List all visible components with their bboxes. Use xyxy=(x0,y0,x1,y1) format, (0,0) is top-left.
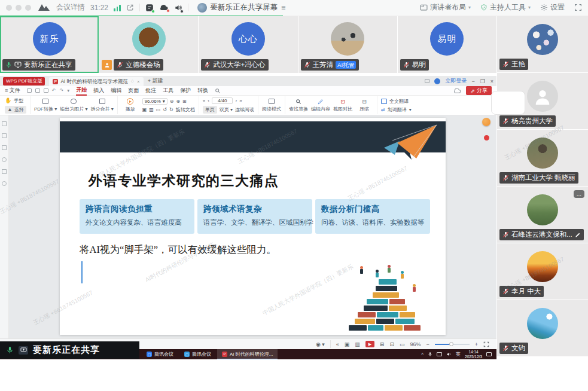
meeting-details-button[interactable]: 会议详情 xyxy=(56,2,85,13)
grid-view-icon[interactable]: ⊞ xyxy=(380,341,385,347)
taskbar-app-meeting[interactable]: ▢腾讯会议 xyxy=(142,349,178,359)
fit-window-icon[interactable]: « xyxy=(336,341,339,347)
full-width-icon[interactable]: ▭ xyxy=(156,107,161,112)
participant-tile[interactable]: 文钧 xyxy=(497,300,588,356)
wps-assistant-ball[interactable] xyxy=(482,118,490,126)
bookmark-icon[interactable] xyxy=(2,121,7,126)
view-eye-icon[interactable]: ◉ ▾ xyxy=(316,341,325,347)
signature-icon[interactable] xyxy=(2,169,7,174)
capture-compare-button[interactable]: ⊡截图对比 xyxy=(333,98,352,112)
menu-annotate[interactable]: 批注 xyxy=(145,87,156,94)
participant-tile[interactable]: 李月 中大 xyxy=(497,243,588,300)
audio-lock-icon[interactable] xyxy=(174,4,182,12)
split-merge-button[interactable]: 拆分合并 ▾ xyxy=(90,98,113,112)
participant-tile[interactable]: 立德楼会场 xyxy=(99,16,198,73)
rotate-doc-button[interactable]: 旋转文档 xyxy=(176,106,195,113)
open-icon[interactable] xyxy=(27,88,32,93)
tray-clock[interactable]: 14:142025/12/3 xyxy=(465,350,482,359)
tray-mic-icon[interactable] xyxy=(428,352,432,357)
hand-tool-button[interactable]: ✋手型 xyxy=(5,97,26,104)
share-document-button[interactable]: ⇗ 分享 xyxy=(466,86,492,95)
print-icon[interactable] xyxy=(44,88,48,93)
document-tab[interactable]: P AI 时代的科研伦理与学术规范 ♢ × xyxy=(49,77,143,86)
thumbnail-icon[interactable] xyxy=(2,133,7,138)
restore-button[interactable]: ❐ xyxy=(480,78,485,84)
participant-tile[interactable]: 王芳清 AI托管 xyxy=(298,16,397,73)
pdf-convert-button[interactable]: PDF转换 ▾ xyxy=(34,98,57,112)
quick-access-icons[interactable]: ↶↷▾ xyxy=(27,88,69,93)
cloud-record-icon[interactable] xyxy=(159,4,169,11)
find-replace-button[interactable]: 查找替换 xyxy=(289,99,308,112)
participant-tile[interactable]: ... 石峰连云港文保和... xyxy=(497,187,588,243)
account-avatar[interactable] xyxy=(434,78,440,84)
zoom-out-icon[interactable]: ⊖ xyxy=(170,99,174,104)
pop-out-icon[interactable] xyxy=(126,4,134,11)
single-view-icon[interactable]: ▣ xyxy=(345,341,350,347)
single-page-button[interactable]: 单页 xyxy=(203,106,217,114)
panel-settings-icon[interactable] xyxy=(2,181,7,186)
first-page-icon[interactable]: « xyxy=(203,98,205,103)
tray-speaker-icon[interactable] xyxy=(446,352,452,357)
chevron-down-icon[interactable]: ▾ xyxy=(67,88,69,93)
settings-button[interactable]: 设置 xyxy=(540,2,565,13)
layout-button[interactable]: 演讲者布局▾ xyxy=(420,2,471,13)
edit-content-button[interactable]: 编辑内容 xyxy=(311,99,330,112)
fit-page-icon[interactable]: ⊞ xyxy=(182,99,187,104)
last-page-icon[interactable]: » xyxy=(239,98,242,103)
attachment-icon[interactable] xyxy=(2,157,7,162)
participant-tile[interactable]: 易明 易明 xyxy=(398,16,496,73)
word-translate-button[interactable]: ⇄划词翻译▾ xyxy=(381,106,412,113)
participant-tile[interactable]: 湖南工业大学 甄晓丽 xyxy=(497,130,588,186)
slideshow-button[interactable]: ▶ xyxy=(365,341,374,347)
rotate-right-icon[interactable]: ↻ xyxy=(169,107,173,112)
double-page-button[interactable]: 双页 ▾ xyxy=(220,106,233,113)
compress-button[interactable]: ⊟压缩 xyxy=(355,98,373,112)
menu-home[interactable]: 开始 xyxy=(76,86,87,96)
continuous-read-button[interactable]: 连续阅读 xyxy=(235,106,254,113)
doc-panel-icon[interactable] xyxy=(145,4,154,12)
tab-comment-icon[interactable]: ♢ xyxy=(130,79,135,84)
more-lines-icon[interactable]: ≡ xyxy=(281,4,285,12)
comment-icon[interactable] xyxy=(2,145,7,150)
menu-file[interactable]: ≡ 文件 xyxy=(5,87,20,94)
save-icon[interactable] xyxy=(35,88,40,93)
redo-icon[interactable]: ↷ xyxy=(59,88,63,93)
read-mode-button[interactable]: 阅读模式 xyxy=(262,98,281,112)
zoom-slider[interactable] xyxy=(435,344,470,345)
notification-dot[interactable] xyxy=(484,135,489,140)
next-page-icon[interactable]: › xyxy=(235,98,237,103)
device-icon[interactable] xyxy=(425,79,429,83)
participant-tile[interactable]: 王艳 xyxy=(497,16,588,72)
full-translate-button[interactable]: 全文翻译 xyxy=(381,98,412,105)
undo-icon[interactable]: ↶ xyxy=(52,88,56,93)
tray-ime-label[interactable]: 英 xyxy=(456,351,461,358)
window-traffic-lights[interactable] xyxy=(6,5,31,11)
zoom-plus-button[interactable]: + xyxy=(475,341,478,347)
minimize-button[interactable]: − xyxy=(471,78,474,84)
participant-tile[interactable]: 心心 武汉大学+冯心心 xyxy=(199,16,297,73)
page-indicator[interactable]: 4/40 xyxy=(212,97,233,104)
menu-page[interactable]: 页面 xyxy=(128,87,139,94)
fit-width-icon[interactable]: ▣ xyxy=(142,107,147,112)
menu-convert[interactable]: 转换 xyxy=(197,87,208,94)
tab-close-icon[interactable]: × xyxy=(137,79,140,84)
menu-insert[interactable]: 插入 xyxy=(93,87,104,94)
menu-tools[interactable]: 工具 xyxy=(163,87,173,94)
zoom-select[interactable]: 96.06%▾ xyxy=(142,98,167,105)
bell-icon[interactable]: ▭ xyxy=(400,341,405,347)
close-button[interactable]: × xyxy=(490,78,493,84)
new-tab-button[interactable]: + 新建 xyxy=(148,77,163,85)
zoom-in-icon[interactable]: ⊕ xyxy=(176,99,180,104)
export-image-button[interactable]: 输出为图片 ▾ xyxy=(60,98,87,112)
fullscreen-icon[interactable] xyxy=(483,341,489,347)
select-tool-button[interactable]: ▲选择 xyxy=(5,106,26,114)
tile-more-button[interactable]: ... xyxy=(574,190,584,198)
rename-pencil-icon[interactable] xyxy=(575,232,581,238)
tray-expand-icon[interactable]: ^ xyxy=(421,352,424,357)
zoom-minus-button[interactable]: − xyxy=(426,341,429,347)
taskbar-app-wps[interactable]: PAI 时代的科研伦理... xyxy=(217,349,278,359)
login-link[interactable]: 立即登录 xyxy=(445,77,467,85)
host-tools-button[interactable]: 主持人工具▾ xyxy=(480,2,531,13)
cloud-sync-icon[interactable] xyxy=(453,88,461,94)
double-view-icon[interactable]: ▥ xyxy=(355,341,360,347)
